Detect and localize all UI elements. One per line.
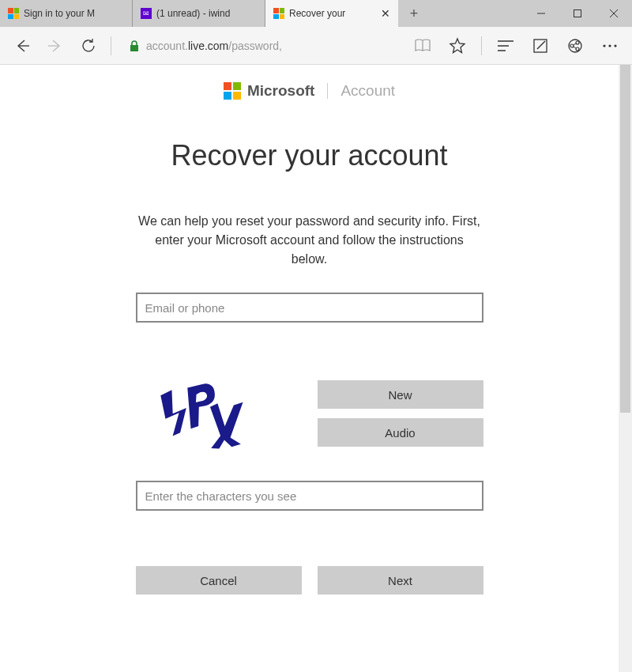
close-icon <box>609 9 619 18</box>
forward-arrow-icon <box>47 37 64 55</box>
back-arrow-icon <box>13 37 31 55</box>
tab-signin[interactable]: Sign in to your M <box>0 0 133 27</box>
forward-button[interactable] <box>44 35 66 57</box>
email-row <box>136 293 483 323</box>
svg-point-19 <box>614 44 616 47</box>
captcha-input-row <box>136 481 483 511</box>
minimize-button[interactable] <box>523 0 559 27</box>
address-bar[interactable]: account.live.com/password, <box>122 40 401 52</box>
reading-view-button[interactable] <box>412 35 434 57</box>
share-button[interactable] <box>564 35 586 57</box>
svg-line-16 <box>574 47 576 48</box>
tab-label: (1 unread) - iwind <box>156 8 257 19</box>
cancel-button[interactable]: Cancel <box>136 566 302 595</box>
separator <box>481 36 482 55</box>
hub-button[interactable] <box>495 35 517 57</box>
url-text: account.live.com/password, <box>146 40 282 52</box>
favorites-button[interactable] <box>446 35 468 57</box>
minimize-icon <box>536 9 546 18</box>
captcha-row: New Audio <box>136 370 483 457</box>
tabs: Sign in to your M (1 unread) - iwind Rec… <box>0 0 523 27</box>
new-tab-button[interactable]: + <box>398 0 430 27</box>
scrollbar-thumb[interactable] <box>620 65 630 413</box>
book-icon <box>414 39 431 53</box>
svg-point-14 <box>576 47 579 51</box>
audio-captcha-button[interactable]: Audio <box>318 418 483 447</box>
logo-section: Account <box>340 82 395 100</box>
svg-rect-1 <box>574 10 581 17</box>
titlebar: Sign in to your M (1 unread) - iwind Rec… <box>0 0 632 27</box>
refresh-icon <box>80 37 97 55</box>
svg-point-12 <box>576 41 579 44</box>
page-title: Recover your account <box>171 139 447 172</box>
captcha-field[interactable] <box>136 481 483 511</box>
logo-separator <box>327 83 328 99</box>
mail-icon <box>141 8 152 19</box>
email-field[interactable] <box>136 293 483 323</box>
more-icon <box>602 43 618 48</box>
svg-line-15 <box>574 43 576 45</box>
svg-point-13 <box>570 44 574 47</box>
microsoft-logo-icon <box>224 82 241 100</box>
captcha-buttons: New Audio <box>318 380 483 447</box>
share-icon <box>566 37 584 55</box>
logo-row: Microsoft Account <box>224 82 395 100</box>
tab-mail[interactable]: (1 unread) - iwind <box>133 0 265 27</box>
maximize-icon <box>573 9 582 18</box>
microsoft-icon <box>273 8 284 19</box>
close-tab-icon[interactable]: ✕ <box>381 7 390 20</box>
captcha-image <box>136 370 270 457</box>
window-controls <box>523 0 632 27</box>
page-content: Microsoft Account Recover your account W… <box>0 65 619 672</box>
toolbar-right <box>412 35 621 57</box>
new-captcha-button[interactable]: New <box>318 380 483 409</box>
maximize-button[interactable] <box>559 0 596 27</box>
microsoft-icon <box>8 8 19 19</box>
close-window-button[interactable] <box>596 0 632 27</box>
back-button[interactable] <box>11 35 33 57</box>
content-wrap: Microsoft Account Recover your account W… <box>0 65 632 672</box>
svg-rect-6 <box>130 45 138 51</box>
toolbar: account.live.com/password, <box>0 27 632 65</box>
tab-label: Recover your <box>289 8 373 19</box>
action-row: Cancel Next <box>136 566 483 595</box>
next-button[interactable]: Next <box>318 566 483 595</box>
page-description: We can help you reset your password and … <box>136 212 483 269</box>
tab-recover[interactable]: Recover your ✕ <box>265 0 398 27</box>
lock-icon <box>129 40 140 52</box>
svg-point-18 <box>608 44 611 47</box>
logo-brand: Microsoft <box>247 82 315 100</box>
more-button[interactable] <box>599 35 621 57</box>
separator <box>111 36 111 55</box>
svg-point-17 <box>603 44 605 47</box>
lines-icon <box>498 40 514 52</box>
star-icon <box>449 37 466 55</box>
notes-button[interactable] <box>529 35 551 57</box>
edit-icon <box>532 38 548 54</box>
refresh-button[interactable] <box>77 35 100 57</box>
tab-label: Sign in to your M <box>24 8 124 19</box>
scrollbar[interactable] <box>619 65 632 672</box>
